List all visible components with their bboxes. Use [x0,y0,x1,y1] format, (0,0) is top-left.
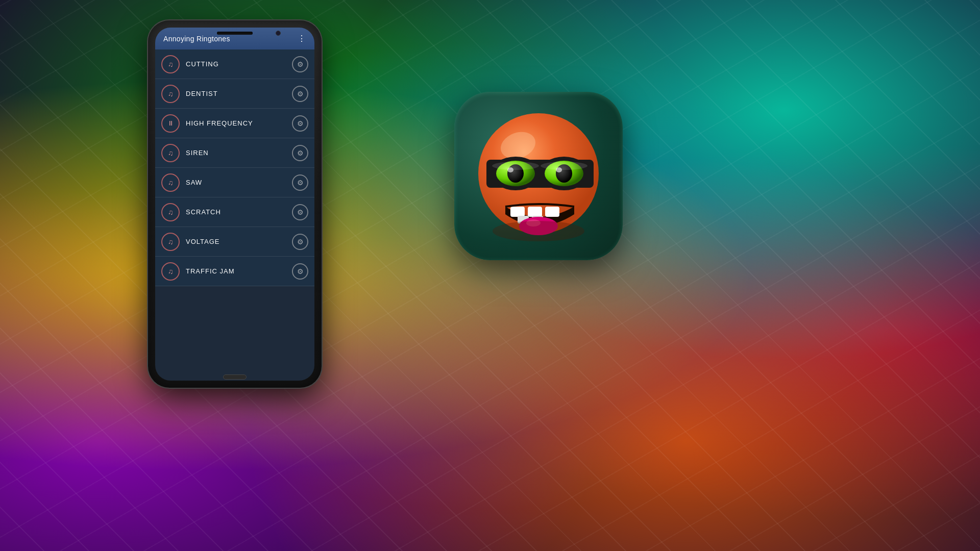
play-icon-siren[interactable]: ♫ [161,144,180,162]
phone-camera [276,31,281,36]
svg-rect-16 [545,207,559,217]
settings-icon-cutting[interactable]: ⚙ [292,56,308,72]
phone-home-button [223,374,247,380]
settings-icon-siren[interactable]: ⚙ [292,145,308,161]
app-icon-wrapper [454,92,623,260]
ringtone-list: ♫ CUTTING ⚙ ♫ DENTIST ⚙ ⏸ [155,49,314,286]
settings-icon-traffic-jam[interactable]: ⚙ [292,263,308,280]
ringtone-name-dentist: DENTIST [186,90,292,97]
ringtone-name-high-frequency: HIGH FREQUENCY [186,119,292,127]
menu-dots-icon[interactable]: ⋮ [298,34,306,43]
app-icon [454,92,623,260]
settings-icon-saw[interactable]: ⚙ [292,174,308,191]
ringtone-name-voltage: VOLTAGE [186,238,292,245]
ringtone-item-voltage[interactable]: ♫ VOLTAGE ⚙ [155,227,314,257]
ringtone-name-siren: SIREN [186,149,292,157]
svg-point-21 [493,221,584,241]
pause-icon-high-frequency[interactable]: ⏸ [161,114,180,133]
phone-body: Annoying Ringtones ⋮ ♫ CUTTING ⚙ ♫ [148,20,322,388]
ringtone-name-traffic-jam: TRAFFIC JAM [186,267,292,275]
svg-point-12 [492,162,539,170]
phone-mockup: Annoying Ringtones ⋮ ♫ CUTTING ⚙ ♫ [148,20,322,388]
ringtone-item-high-frequency[interactable]: ⏸ HIGH FREQUENCY ⚙ [155,109,314,138]
play-icon-dentist[interactable]: ♫ [161,85,180,103]
play-icon-traffic-jam[interactable]: ♫ [161,262,180,281]
settings-icon-scratch[interactable]: ⚙ [292,204,308,220]
play-icon-scratch[interactable]: ♫ [161,203,180,221]
ringtone-item-scratch[interactable]: ♫ SCRATCH ⚙ [155,197,314,227]
settings-icon-high-frequency[interactable]: ⚙ [292,115,308,132]
ringtone-name-scratch: SCRATCH [186,208,292,216]
app-title: Annoying Ringtones [163,35,230,43]
ringtone-item-saw[interactable]: ♫ SAW ⚙ [155,168,314,197]
play-icon-voltage[interactable]: ♫ [161,233,180,251]
ringtone-item-siren[interactable]: ♫ SIREN ⚙ [155,138,314,168]
play-icon-cutting[interactable]: ♫ [161,55,180,73]
ringtone-item-cutting[interactable]: ♫ CUTTING ⚙ [155,49,314,79]
ringtone-item-traffic-jam[interactable]: ♫ TRAFFIC JAM ⚙ [155,257,314,286]
ringtone-item-dentist[interactable]: ♫ DENTIST ⚙ [155,79,314,109]
settings-icon-dentist[interactable]: ⚙ [292,86,308,102]
svg-rect-14 [510,207,525,217]
phone-screen: Annoying Ringtones ⋮ ♫ CUTTING ⚙ ♫ [155,28,314,381]
svg-point-13 [541,162,587,170]
angry-emoji-svg [467,105,610,247]
svg-rect-5 [537,170,543,177]
svg-rect-15 [528,207,542,217]
settings-icon-voltage[interactable]: ⚙ [292,234,308,250]
ringtone-name-cutting: CUTTING [186,60,292,68]
app-header: Annoying Ringtones ⋮ [155,28,314,49]
phone-speaker [217,32,253,35]
ringtone-name-saw: SAW [186,179,292,186]
play-icon-saw[interactable]: ♫ [161,173,180,192]
background [0,0,980,551]
